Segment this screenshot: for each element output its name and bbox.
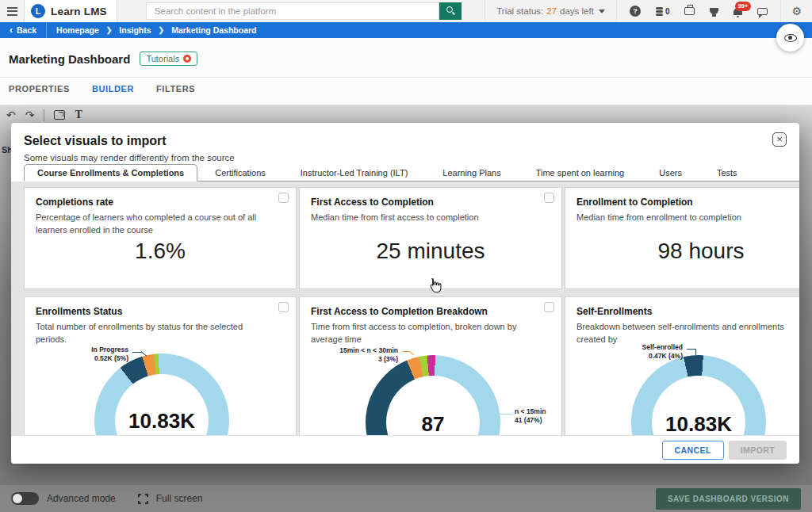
visual-card-enrollments-status[interactable]: Enrollments Status Total number of enrol…: [24, 296, 297, 435]
search-button[interactable]: [439, 2, 462, 20]
checkbox[interactable]: [278, 302, 289, 312]
donut-center-value: 10.83K: [94, 409, 229, 434]
donut-callout: 15min < n < 30min 3 (3%): [339, 346, 398, 365]
close-icon[interactable]: ×: [772, 132, 787, 147]
chevron-left-icon: ‹: [10, 25, 13, 36]
import-button[interactable]: IMPORT: [729, 441, 787, 460]
builder-toolbar: ↶ ↷ T: [0, 105, 812, 121]
briefcase-button[interactable]: [684, 7, 695, 15]
callout-connector: [695, 349, 696, 355]
hamburger-menu-icon[interactable]: [0, 0, 24, 22]
donut-center-value: 87: [366, 412, 500, 435]
visual-card-self-enrollments[interactable]: Self-Enrollments Breakdown between self-…: [565, 296, 799, 435]
text-widget-icon[interactable]: T: [75, 109, 82, 121]
chat-icon: [757, 8, 768, 15]
back-button[interactable]: ‹ Back: [0, 25, 46, 36]
card-title: Enrollment to Completion: [576, 197, 799, 208]
chevron-right-icon: ❯: [159, 26, 165, 34]
tutorials-badge[interactable]: Tutorials: [140, 52, 197, 66]
top-bar: L Learn LMS Trial status: 27 days left ?…: [0, 0, 812, 22]
modal-title: Select visuals to import: [11, 123, 799, 148]
tab-ilt[interactable]: Instructor-Led Training (ILT): [283, 165, 426, 181]
global-search: [146, 2, 462, 20]
trophy-icon: [710, 8, 718, 14]
app-logo[interactable]: L Learn LMS: [24, 0, 117, 22]
trial-days-label: days left: [560, 6, 594, 16]
card-title: Self-Enrollments: [576, 306, 799, 317]
search-input[interactable]: [146, 2, 439, 20]
bottom-bar: Advanced mode Full screen SAVE DASHBOARD…: [0, 485, 812, 512]
fullscreen-icon[interactable]: [138, 494, 148, 504]
cancel-button[interactable]: CANCEL: [662, 441, 724, 460]
help-button[interactable]: ?: [630, 6, 641, 17]
card-description: Breakdown between self-enrollments and e…: [576, 321, 799, 346]
modal-tabs: Course Enrollments & Completions Certifi…: [24, 165, 799, 181]
visual-card-completions-rate[interactable]: Completions rate Percentage of learners …: [24, 187, 297, 289]
page-title: Marketing Dashboard: [9, 52, 130, 66]
donut-callout: n < 15min 41 (47%): [515, 407, 546, 426]
visuals-grid: Completions rate Percentage of learners …: [24, 187, 799, 435]
callout-connector: [409, 351, 415, 356]
donut-chart-self-enrollments: 10.83K: [631, 355, 766, 435]
breadcrumb-item-homepage[interactable]: Homepage: [56, 25, 99, 35]
visual-card-first-access[interactable]: First Access to Completion Median time f…: [299, 187, 562, 289]
settings-button[interactable]: ⚙: [780, 0, 812, 22]
metric-value: 98 hours: [565, 239, 799, 264]
full-screen-label[interactable]: Full screen: [156, 493, 203, 504]
tab-users[interactable]: Users: [642, 165, 699, 181]
metric-value: 1.6%: [25, 239, 296, 264]
divider: [0, 105, 812, 105]
logo-icon: L: [31, 4, 45, 18]
rewards-button[interactable]: 0: [656, 7, 670, 16]
redo-icon[interactable]: ↷: [25, 109, 35, 121]
tab-tests[interactable]: Tests: [699, 165, 755, 181]
breadcrumb-item-insights[interactable]: Insights: [119, 25, 151, 35]
modal-content: Completions rate Percentage of learners …: [11, 181, 799, 435]
breadcrumb-bar: ‹ Back Homepage ❯ Insights ❯ Marketing D…: [0, 22, 812, 38]
preview-button[interactable]: [776, 24, 804, 52]
donut-chart-enrollments-status: 10.83K: [94, 353, 229, 435]
gear-icon: ⚙: [791, 6, 802, 17]
tab-course-enrollments[interactable]: Course Enrollments & Completions: [24, 164, 197, 181]
card-title: Enrollments Status: [36, 306, 285, 317]
visual-card-first-access-breakdown[interactable]: First Access to Completion Breakdown Tim…: [299, 296, 562, 435]
import-visual-icon[interactable]: [54, 110, 65, 120]
help-icon: ?: [630, 6, 641, 17]
donut-chart-first-access-breakdown: 87: [366, 355, 500, 435]
messages-button[interactable]: [757, 8, 768, 15]
page-header: Marketing Dashboard Tutorials PROPERTIES…: [0, 38, 812, 105]
tutorials-badge-label: Tutorials: [146, 54, 179, 63]
checkbox[interactable]: [544, 193, 554, 203]
card-title: First Access to Completion: [311, 197, 550, 208]
coins-count: 0: [665, 7, 670, 16]
cursor-pointer-icon: [428, 277, 442, 293]
trial-status-dropdown[interactable]: Trial status: 27 days left: [485, 0, 617, 22]
tab-builder[interactable]: BUILDER: [92, 84, 134, 100]
checkbox[interactable]: [278, 193, 289, 203]
notifications-button[interactable]: 99+: [733, 8, 742, 15]
tab-learning-plans[interactable]: Learning Plans: [425, 165, 518, 181]
logo-text: Learn LMS: [51, 6, 107, 17]
divider: [44, 109, 44, 121]
tab-certifications[interactable]: Certifications: [197, 165, 283, 181]
metric-value: 25 minutes: [300, 239, 561, 264]
tab-properties[interactable]: PROPERTIES: [9, 84, 70, 100]
gamification-button[interactable]: [710, 8, 718, 14]
breadcrumb-item-current: Marketing Dashboard: [171, 25, 256, 35]
visual-card-enrollment-to-completion[interactable]: Enrollment to Completion Median time fro…: [565, 187, 799, 289]
checkbox[interactable]: [544, 302, 554, 312]
tab-time-spent[interactable]: Time spent on learning: [519, 165, 642, 181]
undo-icon[interactable]: ↶: [6, 109, 16, 121]
top-icons: ? 0 99+: [617, 6, 781, 17]
save-dashboard-version-button[interactable]: SAVE DASHBOARD VERSION: [656, 488, 801, 510]
top-bar-right: Trial status: 27 days left ? 0 99+ ⚙: [485, 0, 812, 22]
import-visuals-modal: Select visuals to import Some visuals ma…: [11, 123, 799, 464]
trial-days-number: 27: [546, 6, 557, 16]
donut-center-value: 10.83K: [631, 412, 766, 435]
tab-filters[interactable]: FILTERS: [156, 84, 195, 100]
chevron-down-icon: [599, 10, 605, 13]
card-description: Percentage of learners who completed a c…: [36, 212, 285, 237]
advanced-mode-toggle[interactable]: [11, 492, 39, 505]
card-title: First Access to Completion Breakdown: [311, 306, 550, 317]
search-icon: [446, 6, 453, 13]
